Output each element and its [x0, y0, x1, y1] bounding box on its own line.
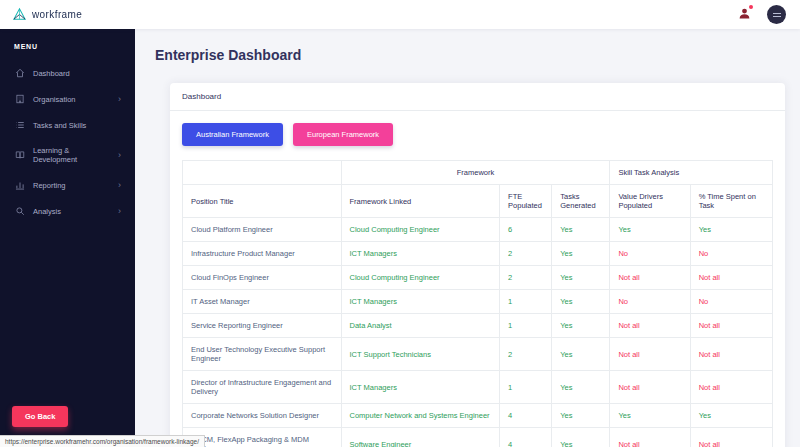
- framework-linked-cell[interactable]: Cloud Computing Engineer: [341, 218, 500, 242]
- column-header-value-drivers-populated: Value Drivers Populated: [610, 185, 690, 218]
- time-spent-cell: No: [690, 290, 772, 314]
- fte-populated-cell: 2: [500, 266, 552, 290]
- position-title-cell: End User Technology Executive Support En…: [183, 338, 342, 371]
- australian-framework-button[interactable]: Australian Framework: [182, 123, 283, 146]
- group-header-framework: Framework: [341, 161, 610, 185]
- fte-populated-cell: 1: [500, 314, 552, 338]
- sidebar-item-tasks-and-skills[interactable]: Tasks and Skills: [0, 112, 135, 138]
- sidebar-item-label: Dashboard: [33, 69, 121, 78]
- position-title-cell: IT Asset Manager: [183, 290, 342, 314]
- table-row: Cloud Platform EngineerCloud Computing E…: [183, 218, 773, 242]
- chart-icon: [14, 180, 25, 190]
- tasks-generated-cell: Yes: [552, 266, 610, 290]
- chevron-right-icon: ›: [118, 181, 121, 190]
- fte-populated-cell: 6: [500, 218, 552, 242]
- european-framework-button[interactable]: European Framework: [293, 123, 393, 146]
- fte-populated-cell: 1: [500, 371, 552, 404]
- position-title-cell: Infrastructure Product Manager: [183, 242, 342, 266]
- tasks-generated-cell: Yes: [552, 371, 610, 404]
- table-row: SCCM, FlexApp Packaging & MDM EngineerSo…: [183, 428, 773, 447]
- time-spent-cell: Not all: [690, 371, 772, 404]
- user-profile-button[interactable]: [738, 6, 751, 24]
- tasks-generated-cell: Yes: [552, 218, 610, 242]
- go-back-button[interactable]: Go Back: [12, 406, 68, 427]
- value-drivers-populated-cell: Not all: [610, 314, 690, 338]
- topbar: workframe: [0, 0, 800, 29]
- card-header: Dashboard: [170, 83, 785, 111]
- sidebar-item-learning-development[interactable]: Learning & Development ›: [0, 138, 135, 172]
- position-title-cell: Cloud FinOps Engineer: [183, 266, 342, 290]
- building-icon: [14, 94, 25, 104]
- column-header-tasks-generated: Tasks Generated: [552, 185, 610, 218]
- column-header-fte-populated: FTE Populated: [500, 185, 552, 218]
- time-spent-cell: Not all: [690, 314, 772, 338]
- fte-populated-cell: 2: [500, 338, 552, 371]
- tasks-generated-cell: Yes: [552, 290, 610, 314]
- workframe-logo-icon: [12, 7, 27, 22]
- chevron-right-icon: ›: [118, 207, 121, 216]
- time-spent-cell: Yes: [690, 218, 772, 242]
- chevron-right-icon: ›: [118, 151, 121, 160]
- value-drivers-populated-cell: Not all: [610, 266, 690, 290]
- time-spent-cell: Not all: [690, 266, 772, 290]
- framework-linked-cell[interactable]: Cloud Computing Engineer: [341, 266, 500, 290]
- value-drivers-populated-cell: No: [610, 290, 690, 314]
- value-drivers-populated-cell: Not all: [610, 371, 690, 404]
- sidebar-item-label: Reporting: [33, 181, 110, 190]
- home-icon: [14, 68, 25, 78]
- column-header-framework-linked: Framework Linked: [341, 185, 500, 218]
- chevron-right-icon: ›: [118, 95, 121, 104]
- main-content: Enterprise Dashboard Dashboard Australia…: [135, 29, 800, 447]
- framework-linked-cell[interactable]: ICT Support Technicians: [341, 338, 500, 371]
- position-title-cell: Service Reporting Engineer: [183, 314, 342, 338]
- tasks-generated-cell: Yes: [552, 314, 610, 338]
- table-row: Director of Infrastructure Engagement an…: [183, 371, 773, 404]
- framework-linked-cell[interactable]: ICT Managers: [341, 242, 500, 266]
- position-title-cell: Cloud Platform Engineer: [183, 218, 342, 242]
- sidebar-item-label: Learning & Development: [33, 146, 110, 164]
- brand-logo[interactable]: workframe: [12, 7, 82, 22]
- framework-linked-cell[interactable]: Software Engineer: [341, 428, 500, 447]
- value-drivers-populated-cell: Yes: [610, 218, 690, 242]
- time-spent-cell: Not all: [690, 428, 772, 447]
- tasks-generated-cell: Yes: [552, 428, 610, 447]
- framework-linked-cell[interactable]: Data Analyst: [341, 314, 500, 338]
- status-url-bar: https://enterprise.workframehr.com/organ…: [0, 435, 205, 447]
- fte-populated-cell: 4: [500, 404, 552, 428]
- sidebar-item-dashboard[interactable]: Dashboard: [0, 60, 135, 86]
- framework-linked-cell[interactable]: ICT Managers: [341, 290, 500, 314]
- sidebar: MENU Dashboard Organisation › Tasks and …: [0, 29, 135, 447]
- sidebar-item-label: Analysis: [33, 207, 110, 216]
- framework-linkage-table: Framework Skill Task Analysis Position T…: [182, 160, 773, 447]
- hamburger-icon: [773, 13, 781, 14]
- value-drivers-populated-cell: Not all: [610, 428, 690, 447]
- time-spent-cell: Not all: [690, 338, 772, 371]
- group-header-row: Framework Skill Task Analysis: [183, 161, 773, 185]
- framework-linked-cell[interactable]: ICT Managers: [341, 371, 500, 404]
- account-menu-button[interactable]: [767, 5, 786, 24]
- fte-populated-cell: 4: [500, 428, 552, 447]
- position-title-cell: SCCM, FlexApp Packaging & MDM Engineer: [183, 428, 342, 447]
- sidebar-item-analysis[interactable]: Analysis ›: [0, 198, 135, 224]
- table-row: Infrastructure Product ManagerICT Manage…: [183, 242, 773, 266]
- value-drivers-populated-cell: No: [610, 242, 690, 266]
- topbar-actions: [738, 5, 786, 24]
- sidebar-item-label: Organisation: [33, 95, 110, 104]
- empty-group-cell: [183, 161, 342, 185]
- card-body: Australian Framework European Framework …: [170, 111, 785, 447]
- value-drivers-populated-cell: Not all: [610, 338, 690, 371]
- list-icon: [14, 120, 25, 130]
- column-header-row: Position Title Framework Linked FTE Popu…: [183, 185, 773, 218]
- table-row: End User Technology Executive Support En…: [183, 338, 773, 371]
- tasks-generated-cell: Yes: [552, 242, 610, 266]
- sidebar-item-organisation[interactable]: Organisation ›: [0, 86, 135, 112]
- table-row: Cloud FinOps EngineerCloud Computing Eng…: [183, 266, 773, 290]
- sidebar-item-reporting[interactable]: Reporting ›: [0, 172, 135, 198]
- dashboard-card: Dashboard Australian Framework European …: [170, 83, 785, 447]
- table-row: Service Reporting EngineerData Analyst1Y…: [183, 314, 773, 338]
- framework-linked-cell[interactable]: Computer Network and Systems Engineer: [341, 404, 500, 428]
- tasks-generated-cell: Yes: [552, 338, 610, 371]
- brand-name: workframe: [32, 9, 82, 20]
- notification-dot: [749, 5, 753, 9]
- column-header-position-title: Position Title: [183, 185, 342, 218]
